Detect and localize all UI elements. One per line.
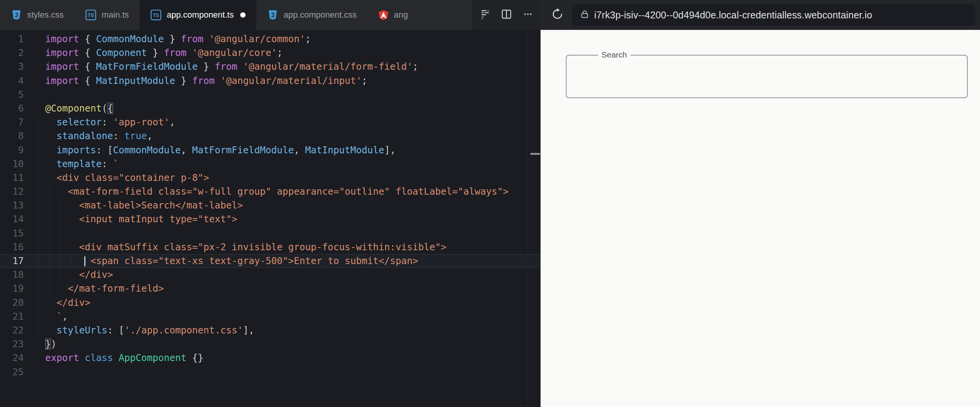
line-number: 13 xyxy=(0,199,31,212)
css-file-icon: 3 xyxy=(267,9,279,21)
code-line-12[interactable]: 12 <mat-form-field class="w-full group" … xyxy=(0,185,541,199)
tab-ang[interactable]: ang xyxy=(367,0,419,30)
svg-text:3: 3 xyxy=(15,12,18,18)
code-line-6[interactable]: 6@Component({ xyxy=(0,102,541,115)
line-content: </div> xyxy=(31,268,113,282)
unsaved-changes-dot xyxy=(240,12,246,18)
code-line-13[interactable]: 13 <mat-label>Search</mat-label> xyxy=(0,199,541,212)
code-line-7[interactable]: 7 selector: 'app-root', xyxy=(0,115,541,129)
tab-label: styles.css xyxy=(27,10,64,20)
search-form-field: Search xyxy=(566,55,968,98)
code-line-23[interactable]: 23}) xyxy=(0,337,541,351)
line-content: }) xyxy=(31,337,57,351)
line-number: 7 xyxy=(0,115,31,129)
line-number: 9 xyxy=(0,143,31,157)
split-view-button[interactable] xyxy=(498,7,515,23)
code-lines: 1import { CommonModule } from '@angular/… xyxy=(0,32,541,379)
indent-guide xyxy=(49,185,50,296)
code-line-4[interactable]: 4import { MatInputModule } from '@angula… xyxy=(0,74,541,88)
code-line-15[interactable]: 15 xyxy=(0,226,541,240)
search-input[interactable] xyxy=(569,58,965,95)
line-content: `, xyxy=(31,310,68,323)
code-line-24[interactable]: 24export class AppComponent {} xyxy=(0,351,541,365)
ts-file-icon: TS xyxy=(85,9,97,21)
line-number: 3 xyxy=(0,60,31,74)
line-content: @Component({ xyxy=(31,102,113,115)
code-line-11[interactable]: 11 <div class="container p-8"> xyxy=(0,171,541,185)
refresh-button[interactable] xyxy=(549,7,566,23)
line-content xyxy=(31,226,45,240)
svg-text:3: 3 xyxy=(271,12,275,18)
line-number: 19 xyxy=(0,282,31,295)
line-content: <span class="text-xs text-gray-500">Ente… xyxy=(31,254,418,268)
tab-label: app.component.css xyxy=(284,10,357,20)
code-line-2[interactable]: 2import { Component } from '@angular/cor… xyxy=(0,46,541,60)
line-content xyxy=(31,365,45,379)
tab-label: main.ts xyxy=(102,10,129,20)
url-bar[interactable]: i7rk3p-isiv--4200--0d494d0e.local-creden… xyxy=(572,4,975,26)
line-content: selector: 'app-root', xyxy=(31,115,175,129)
angular-file-icon xyxy=(378,9,389,21)
code-line-18[interactable]: 18 </div> xyxy=(0,268,541,282)
code-line-10[interactable]: 10 template: ` xyxy=(0,157,541,171)
more-options-button[interactable] xyxy=(519,7,536,23)
editor-right-edge xyxy=(528,30,528,407)
tab-main.ts[interactable]: TSmain.ts xyxy=(74,0,139,30)
code-line-16[interactable]: 16 <div matSuffix class="px-2 invisible … xyxy=(0,240,541,254)
line-number: 6 xyxy=(0,102,31,115)
line-number: 18 xyxy=(0,268,31,282)
preview-pane: i7rk3p-isiv--4200--0d494d0e.local-creden… xyxy=(541,0,980,407)
pane-resize-handle[interactable] xyxy=(530,153,540,155)
line-content: import { CommonModule } from '@angular/c… xyxy=(31,32,311,46)
code-line-25[interactable]: 25 xyxy=(0,365,541,379)
line-content: template: ` xyxy=(31,157,119,171)
code-line-5[interactable]: 5 xyxy=(0,88,541,102)
code-line-20[interactable]: 20 </div> xyxy=(0,296,541,310)
indent-guide xyxy=(72,254,72,268)
tab-app.component.css[interactable]: 3app.component.css xyxy=(256,0,367,30)
tab-styles.css[interactable]: 3styles.css xyxy=(0,0,74,30)
line-number: 21 xyxy=(0,310,31,323)
line-number: 25 xyxy=(0,365,31,379)
line-number: 2 xyxy=(0,46,31,60)
line-content: </div> xyxy=(31,296,90,310)
line-number: 14 xyxy=(0,212,31,226)
line-number: 22 xyxy=(0,323,31,337)
code-line-9[interactable]: 9 imports: [CommonModule, MatFormFieldMo… xyxy=(0,143,541,157)
css-file-icon: 3 xyxy=(11,9,22,21)
line-content: import { MatFormFieldModule } from '@ang… xyxy=(31,60,418,74)
code-line-14[interactable]: 14 <input matInput type="text"> xyxy=(0,212,541,226)
line-number: 11 xyxy=(0,171,31,185)
tab-app.component.ts[interactable]: TSapp.component.ts xyxy=(139,0,256,30)
code-line-19[interactable]: 19 </mat-form-field> xyxy=(0,282,541,295)
line-number: 17 xyxy=(0,254,31,268)
split-view-icon xyxy=(500,8,513,22)
prettier-button[interactable] xyxy=(477,7,494,23)
line-content: </mat-form-field> xyxy=(31,282,164,295)
code-line-17[interactable]: 17 <span class="text-xs text-gray-500">E… xyxy=(0,254,541,268)
svg-text:TS: TS xyxy=(88,13,94,18)
code-line-22[interactable]: 22 styleUrls: ['./app.component.css'], xyxy=(0,323,541,337)
code-line-21[interactable]: 21 `, xyxy=(0,310,541,323)
code-line-8[interactable]: 8 standalone: true, xyxy=(0,129,541,143)
code-line-3[interactable]: 3import { MatFormFieldModule } from '@an… xyxy=(0,60,541,74)
line-content: import { Component } from '@angular/core… xyxy=(31,46,283,60)
line-content: <input matInput type="text"> xyxy=(31,212,238,226)
line-number: 1 xyxy=(0,32,31,46)
code-line-1[interactable]: 1import { CommonModule } from '@angular/… xyxy=(0,32,541,46)
line-content: <mat-form-field class="w-full group" app… xyxy=(31,185,509,199)
line-number: 12 xyxy=(0,185,31,199)
indent-guide xyxy=(38,115,39,337)
svg-text:TS: TS xyxy=(153,13,159,18)
code-editor[interactable]: 1import { CommonModule } from '@angular/… xyxy=(0,30,541,407)
editor-pane: 3styles.cssTSmain.tsTSapp.component.ts3a… xyxy=(0,0,541,407)
lock-icon xyxy=(580,9,590,21)
line-content: imports: [CommonModule, MatFormFieldModu… xyxy=(31,143,396,157)
line-number: 23 xyxy=(0,337,31,351)
line-content: styleUrls: ['./app.component.css'], xyxy=(31,323,254,337)
line-content: <div class="container p-8"> xyxy=(31,171,209,185)
refresh-icon xyxy=(551,8,564,22)
line-number: 4 xyxy=(0,74,31,88)
tab-strip: 3styles.cssTSmain.tsTSapp.component.ts3a… xyxy=(0,0,472,30)
ts-file-icon: TS xyxy=(150,9,162,21)
